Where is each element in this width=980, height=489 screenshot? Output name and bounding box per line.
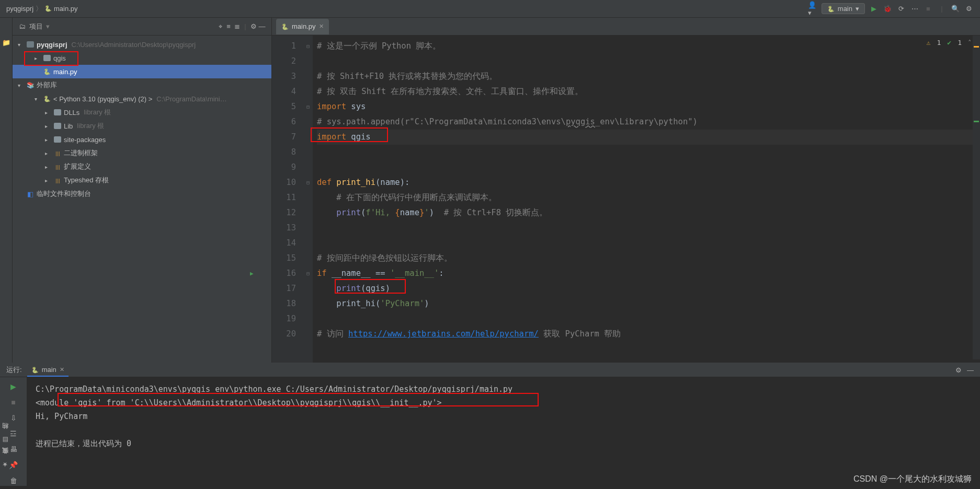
- tree-label: qgis: [53, 54, 66, 62]
- inspection-widget[interactable]: ⚠1 ✔1 ˄: [927, 39, 972, 46]
- editor-tab-label: main.py: [292, 22, 316, 30]
- fold-gutter[interactable]: ⊟⊟ ⊟ ⊟: [303, 36, 313, 363]
- tree-folder-qgis[interactable]: ▸ qgis: [13, 51, 271, 65]
- inspection-caret-icon[interactable]: ˄: [968, 39, 972, 46]
- editor-area: main.py ✕ 12345 678910 1112131415 ▶16 17…: [272, 18, 980, 363]
- kw-import: import: [317, 132, 346, 142]
- chevron-right-icon[interactable]: ▸: [35, 55, 41, 61]
- tree-note: library 根: [84, 108, 111, 117]
- tree-python-env[interactable]: ▾ < Python 3.10 (pyqgis_env) (2) > C:\Pr…: [13, 92, 271, 106]
- hide-panel-icon[interactable]: —: [967, 366, 974, 374]
- editor-tab-main[interactable]: main.py ✕: [276, 19, 329, 34]
- tree-file-main[interactable]: main.py: [13, 65, 271, 78]
- chevron-down-icon[interactable]: ▾: [46, 22, 50, 30]
- python-icon: [43, 95, 51, 103]
- project-folder-icon: [26, 40, 35, 49]
- tree-dlls[interactable]: ▸ DLLs library 根: [13, 106, 271, 119]
- run-tab[interactable]: main ✕: [27, 364, 69, 377]
- breadcrumb: pyqgisprj 〉 main.py: [6, 4, 808, 14]
- project-view-icon[interactable]: 🗂: [18, 22, 26, 31]
- folder-icon: [53, 108, 62, 117]
- chevron-right-icon[interactable]: ▸: [45, 164, 51, 170]
- chevron-down-icon[interactable]: ▾: [18, 83, 24, 88]
- tree-label: DLLs: [64, 109, 79, 117]
- code-comment: # 按 Shift+F10 执行或将其替换为您的代码。: [317, 72, 497, 81]
- tree-root-name: pyqgisprj: [37, 41, 67, 49]
- console-line: <module 'qgis' from 'C:\\Users\\Administ…: [36, 396, 972, 410]
- stop-button[interactable]: ■: [924, 4, 933, 14]
- project-tool-icon[interactable]: 📁: [2, 39, 10, 46]
- settings-icon[interactable]: ⚙: [964, 4, 974, 14]
- tree-binary-skeleton[interactable]: ▸ ⫼ 二进制框架: [13, 146, 271, 160]
- favorites-tool-button[interactable]: ★ 收藏夹: [1, 459, 10, 468]
- chevron-down-icon[interactable]: ▾: [18, 42, 24, 48]
- close-tab-icon[interactable]: ✕: [319, 23, 324, 30]
- breadcrumb-file[interactable]: main.py: [54, 5, 78, 13]
- tree-label: 扩展定义: [64, 162, 91, 171]
- tree-label: Lib: [64, 122, 73, 130]
- bars-icon: ⫼: [53, 149, 62, 157]
- coverage-button[interactable]: ⟳: [896, 4, 906, 14]
- help-link[interactable]: https://www.jetbrains.com/help/pycharm/: [348, 329, 539, 339]
- run-console[interactable]: C:\ProgramData\miniconda3\envs\pyqgis_en…: [27, 377, 980, 486]
- gear-icon[interactable]: ⚙: [955, 366, 962, 374]
- chevron-right-icon: 〉: [36, 4, 42, 14]
- left-tool-strip: 📁: [0, 18, 13, 363]
- error-stripe-mark[interactable]: [974, 121, 979, 122]
- breadcrumb-project[interactable]: pyqgisprj: [6, 5, 33, 13]
- run-gutter-icon[interactable]: ▶: [250, 266, 254, 281]
- folder-icon: [43, 54, 51, 62]
- tree-scratches[interactable]: ◧ 临时文件和控制台: [13, 187, 271, 201]
- toolbar-right: 👤▾ main ▾ ▶ 🐞 ⟳ ⋯ ■ | 🔍 ⚙: [808, 3, 974, 14]
- error-stripe-mark[interactable]: [974, 46, 979, 48]
- tree-external-libs[interactable]: ▾ 外部库: [13, 78, 271, 92]
- project-tree[interactable]: ▾ pyqgisprj C:\Users\Administrator\Deskt…: [13, 36, 271, 363]
- divider: |: [937, 4, 947, 14]
- profile-button[interactable]: ⋯: [910, 4, 919, 14]
- tree-env-path: C:\ProgramData\mini…: [156, 95, 226, 103]
- console-line: Hi, PyCharm: [36, 410, 972, 423]
- tree-ext-defs[interactable]: ▸ ⫼ 扩展定义: [13, 160, 271, 173]
- close-run-tab-icon[interactable]: ✕: [60, 366, 64, 373]
- warning-icon: ⚠: [927, 39, 931, 46]
- debug-button[interactable]: 🐞: [883, 4, 892, 14]
- search-icon[interactable]: 🔍: [951, 4, 960, 14]
- collapse-all-icon[interactable]: ≣: [233, 22, 241, 31]
- tree-root[interactable]: ▾ pyqgisprj C:\Users\Administrator\Deskt…: [13, 38, 271, 51]
- stop-icon[interactable]: ■: [8, 397, 19, 408]
- locate-icon[interactable]: ⌖: [216, 22, 224, 31]
- chevron-right-icon[interactable]: ▸: [45, 110, 51, 115]
- library-icon: [26, 81, 35, 89]
- console-line: C:\ProgramData\miniconda3\envs\pyqgis_en…: [36, 382, 972, 396]
- tree-lib[interactable]: ▸ Lib library 根: [13, 119, 271, 133]
- rerun-icon[interactable]: ▶: [8, 381, 19, 392]
- trash-icon[interactable]: 🗑: [8, 475, 19, 486]
- error-stripe[interactable]: [973, 36, 980, 359]
- code-area[interactable]: # 这是一个示例 Python 脚本。 # 按 Shift+F10 执行或将其替…: [313, 36, 980, 363]
- project-title: 项目: [29, 22, 43, 31]
- hide-panel-icon[interactable]: —: [258, 22, 266, 31]
- ok-count: 1: [958, 39, 962, 46]
- run-config-selector[interactable]: main ▾: [822, 3, 865, 14]
- chevron-right-icon[interactable]: ▸: [45, 178, 51, 183]
- run-panel-label: 运行:: [6, 365, 22, 375]
- chevron-right-icon[interactable]: ▸: [45, 150, 51, 156]
- chevron-right-icon[interactable]: ▸: [45, 123, 51, 129]
- chevron-down-icon: ▾: [856, 5, 859, 13]
- chevron-right-icon[interactable]: ▸: [45, 137, 51, 143]
- python-file-icon: [44, 5, 52, 13]
- console-line: [36, 423, 972, 437]
- editor-body[interactable]: 12345 678910 1112131415 ▶16 17181920 ⊟⊟ …: [272, 36, 980, 363]
- gear-icon[interactable]: [249, 22, 258, 31]
- tree-typeshed[interactable]: ▸ ⫼ Typeshed 存根: [13, 173, 271, 187]
- chevron-down-icon[interactable]: ▾: [35, 96, 41, 102]
- user-dropdown-icon[interactable]: 👤▾: [808, 4, 817, 14]
- tree-site-packages[interactable]: ▸ site-packages: [13, 133, 271, 146]
- kw-import: import: [317, 102, 346, 111]
- expand-all-icon[interactable]: ≡: [224, 22, 233, 31]
- down-stack-icon[interactable]: ⇩: [8, 413, 19, 423]
- run-button[interactable]: ▶: [869, 4, 879, 14]
- structure-tool-button[interactable]: ▤ 结构: [1, 434, 10, 443]
- scratches-icon: ◧: [26, 190, 35, 198]
- warning-count: 1: [937, 39, 941, 46]
